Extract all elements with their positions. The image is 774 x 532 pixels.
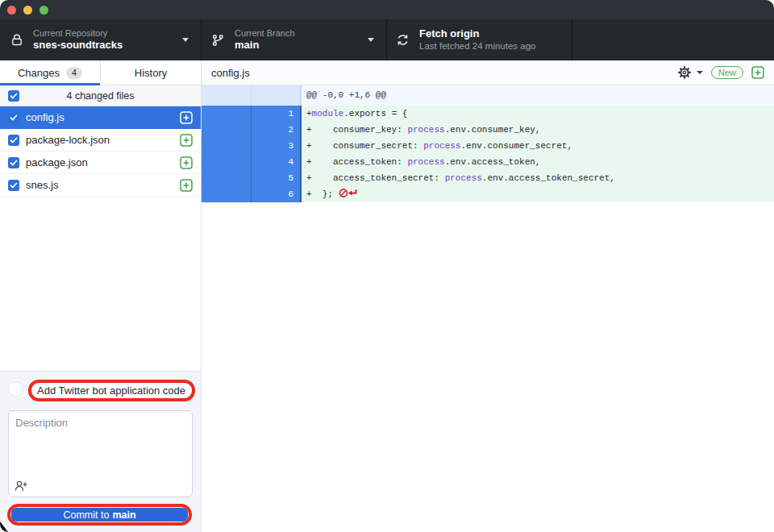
minimize-window-button[interactable] [23,6,32,15]
current-repository-value: snes-soundtracks [33,39,123,52]
line-number: 3 [288,138,293,154]
current-repository-label: Current Repository [33,28,123,39]
tab-changes-label: Changes [18,67,60,79]
commit-to-branch-button[interactable]: Commit to main [11,508,188,522]
gear-icon[interactable] [678,66,691,79]
close-window-button[interactable] [7,6,16,15]
diff-line-code: + access_token: process.env.access_token… [302,154,774,170]
new-file-badge: New [711,66,743,79]
current-branch-value: main [235,39,295,52]
commit-summary-input[interactable]: Add Twitter bot application code [31,384,185,397]
diff-line-gutter[interactable]: 3 [202,138,302,154]
diff-line-6[interactable]: 6+ }; [202,186,774,202]
description-placeholder: Description [15,417,68,429]
fetch-origin-subtitle: Last fetched 24 minutes ago [419,40,536,52]
diff-body: @@ -0,0 +1,6 @@ 1+module.exports = {2+ c… [202,85,774,532]
git-branch-icon [211,33,225,47]
user-avatar [8,381,23,397]
add-coauthor-icon[interactable] [15,480,27,492]
line-number: 5 [288,170,293,186]
line-number: 1 [288,106,293,122]
diff-line-2[interactable]: 2+ consumer_key: process.env.consumer_ke… [202,122,774,138]
diff-line-code: + }; [302,186,774,202]
app-window: Current Repository snes-soundtracks Curr… [0,0,774,532]
file-name: snes.js [26,179,180,191]
file-row-config.js[interactable]: config.js [0,106,201,129]
changes-sidebar: Changes 4 History 4 changed files config… [0,60,202,532]
toolbar-spacer [572,19,774,60]
diff-pane: config.js New [202,60,774,532]
toolbar: Current Repository snes-soundtracks Curr… [0,19,774,60]
hunk-gutter [202,85,302,106]
current-branch-label: Current Branch [235,28,295,39]
file-checkbox[interactable] [8,157,19,168]
diff-line-code: +module.exports = { [302,106,774,122]
plus-square-icon [180,111,193,124]
no-newline-at-eof-icon [339,189,359,199]
gear-dropdown-caret-icon[interactable] [697,71,703,74]
file-name: config.js [26,111,180,123]
diff-line-gutter[interactable]: 5 [202,170,302,186]
diff-line-gutter[interactable]: 6 [202,186,302,202]
line-number: 2 [288,122,293,138]
commit-button-highlight-annotation: Commit to main [7,504,192,526]
file-row-snes.js[interactable]: snes.js [0,174,201,197]
select-all-checkbox[interactable] [8,90,19,102]
summary-highlight-annotation: Add Twitter bot application code [28,380,195,401]
plus-square-icon [180,179,193,192]
file-checkbox[interactable] [8,112,19,123]
diff-line-1[interactable]: 1+module.exports = { [202,106,774,122]
tab-history-label: History [135,67,167,79]
changed-files-list: config.jspackage-lock.jsonpackage.jsonsn… [0,106,201,197]
fetch-origin-title: Fetch origin [419,27,536,40]
changed-files-header: 4 changed files [0,85,201,106]
changes-count-badge: 4 [66,67,82,79]
file-checkbox[interactable] [8,180,19,191]
chevron-down-icon [182,38,189,42]
diff-line-gutter[interactable]: 2 [202,122,302,138]
file-row-package-lock.json[interactable]: package-lock.json [0,129,201,152]
chevron-down-icon [368,38,374,42]
line-number: 4 [288,154,293,170]
diff-line-4[interactable]: 4+ access_token: process.env.access_toke… [202,154,774,170]
current-branch-dropdown[interactable]: Current Branch main [202,19,387,60]
file-checkbox[interactable] [8,135,19,146]
diff-line-code: + consumer_secret: process.env.consumer_… [302,138,774,154]
commit-panel: Add Twitter bot application code Descrip… [0,371,201,532]
line-number: 6 [288,186,293,202]
hunk-header-row: @@ -0,0 +1,6 @@ [202,85,774,106]
sync-icon [396,33,410,47]
zoom-window-button[interactable] [40,6,48,15]
lock-icon [10,33,23,47]
diff-line-code: + access_token_secret: process.env.acces… [302,170,774,186]
changed-files-label: 4 changed files [66,90,134,102]
current-repository-dropdown[interactable]: Current Repository snes-soundtracks [0,19,202,60]
plus-square-icon [180,134,193,147]
diff-file-header: config.js New [202,60,774,85]
commit-button-label: Commit to [63,509,109,521]
diff-line-gutter[interactable]: 4 [202,154,302,170]
tab-history[interactable]: History [100,60,201,85]
diff-line-gutter[interactable]: 1 [202,106,302,122]
plus-square-icon [751,66,764,79]
plus-square-icon [180,156,193,169]
fetch-origin-button[interactable]: Fetch origin Last fetched 24 minutes ago [387,19,572,60]
tab-changes[interactable]: Changes 4 [0,60,100,85]
file-name: package.json [26,156,180,168]
diff-line-3[interactable]: 3+ consumer_secret: process.env.consumer… [202,138,774,154]
hunk-header-text: @@ -0,0 +1,6 @@ [302,85,774,106]
titlebar [0,0,774,19]
file-row-package.json[interactable]: package.json [0,152,201,174]
commit-description-textarea[interactable]: Description [8,410,193,497]
diff-line-5[interactable]: 5+ access_token_secret: process.env.acce… [202,170,774,186]
commit-button-branch: main [112,509,135,521]
sidebar-tabs: Changes 4 History [0,60,201,85]
diff-file-title: config.js [211,67,678,79]
file-name: package-lock.json [26,134,180,146]
diff-line-code: + consumer_key: process.env.consumer_key… [302,122,774,138]
